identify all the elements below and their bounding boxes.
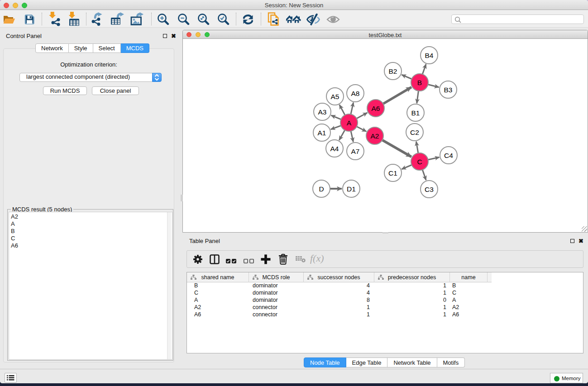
svg-text:A1: A1 <box>318 129 326 137</box>
svg-text:A7: A7 <box>351 148 360 155</box>
svg-text:B2: B2 <box>389 67 397 75</box>
svg-text:A: A <box>347 119 352 127</box>
svg-text:C2: C2 <box>410 129 419 136</box>
svg-text:C4: C4 <box>444 152 453 159</box>
svg-text:C3: C3 <box>425 186 434 193</box>
svg-text:C: C <box>417 158 422 166</box>
svg-text:A4: A4 <box>330 145 339 152</box>
svg-text:D1: D1 <box>347 185 356 193</box>
svg-text:B: B <box>417 79 422 86</box>
svg-text:A2: A2 <box>371 132 379 140</box>
svg-text:C1: C1 <box>388 169 397 177</box>
svg-text:A6: A6 <box>372 105 380 112</box>
svg-text:B1: B1 <box>411 109 420 117</box>
svg-text:B3: B3 <box>444 86 453 94</box>
svg-text:A3: A3 <box>318 108 327 116</box>
svg-text:D: D <box>319 185 324 193</box>
svg-text:B4: B4 <box>425 52 434 59</box>
svg-text:A5: A5 <box>331 93 339 100</box>
svg-text:A8: A8 <box>351 90 360 97</box>
